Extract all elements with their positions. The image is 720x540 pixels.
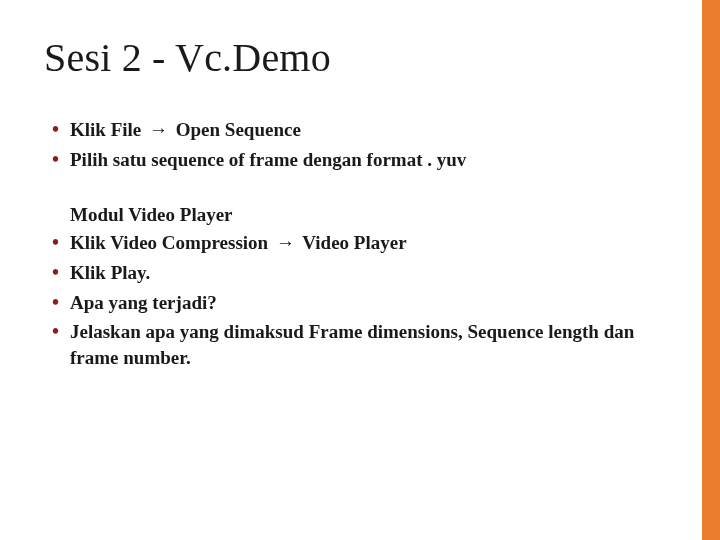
bullet-text: Klik Play. [70,262,150,283]
bullet-text: Open Sequence [171,119,301,140]
bullet-text: Klik Video Compression [70,232,273,253]
bullet-text: Apa yang terjadi? [70,292,217,313]
arrow-icon: → [146,117,171,143]
list-item: Klik File → Open Sequence [70,117,676,143]
bullet-text: Klik File [70,119,146,140]
list-item: Apa yang terjadi? [70,290,676,316]
bullet-text: Video Player [298,232,407,253]
bullet-text: Jelaskan apa yang dimaksud Frame dimensi… [70,321,634,368]
list-item: Pilih satu sequence of frame dengan form… [70,147,676,173]
section-subhead: Modul Video Player [70,204,676,226]
list-item: Klik Video Compression → Video Player [70,230,676,256]
slide-title: Sesi 2 - Vc.Demo [44,34,676,81]
slide-body: Sesi 2 - Vc.Demo Klik File → Open Sequen… [0,0,720,370]
arrow-icon: → [273,230,298,256]
bullet-list-2: Klik Video Compression → Video Player Kl… [44,230,676,370]
bullet-list-1: Klik File → Open Sequence Pilih satu seq… [44,117,676,172]
bullet-text: Pilih satu sequence of frame dengan form… [70,149,466,170]
list-item: Klik Play. [70,260,676,286]
list-item: Jelaskan apa yang dimaksud Frame dimensi… [70,319,676,370]
accent-bar [702,0,720,540]
